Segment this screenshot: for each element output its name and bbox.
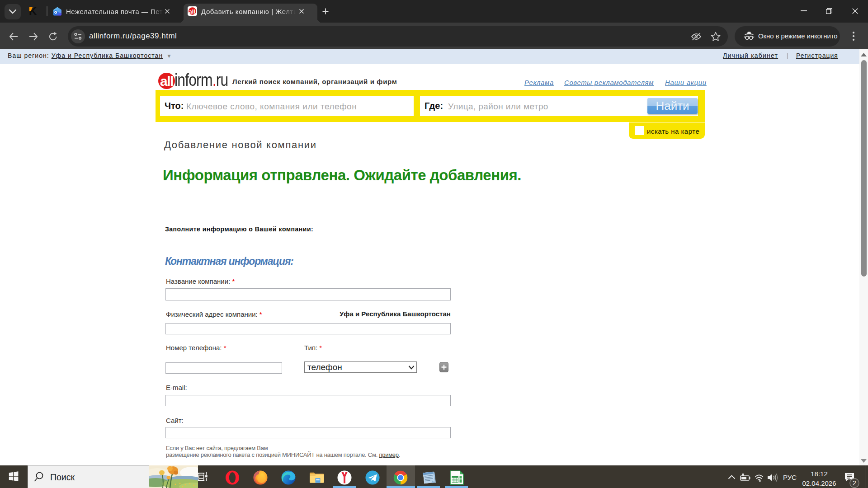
svg-text:all: all bbox=[189, 8, 195, 15]
svg-text:2: 2 bbox=[853, 479, 856, 487]
